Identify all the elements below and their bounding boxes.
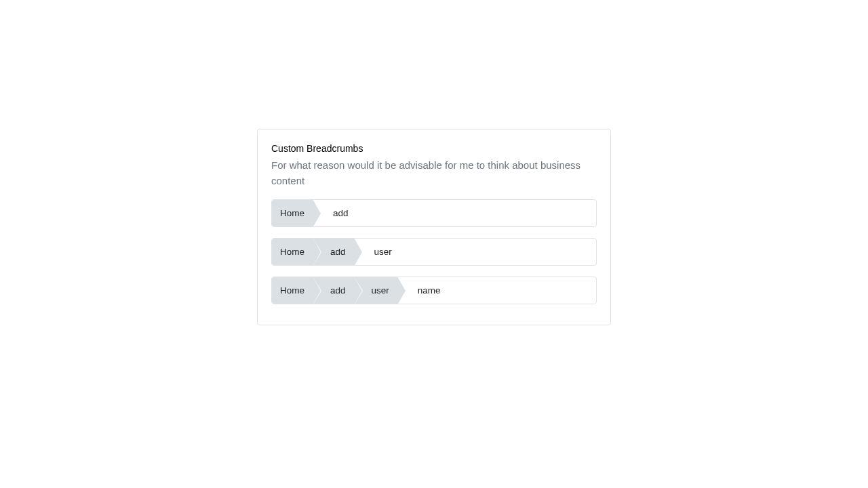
breadcrumbs-card: Custom Breadcrumbs For what reason would…	[257, 129, 611, 325]
card-description: For what reason would it be advisable fo…	[271, 158, 597, 188]
breadcrumb: Home add user	[271, 238, 597, 266]
breadcrumb: Home add user name	[271, 277, 597, 304]
page-root: Custom Breadcrumbs For what reason would…	[0, 0, 868, 488]
breadcrumb-item-home[interactable]: Home	[272, 200, 313, 226]
breadcrumb: Home add	[271, 199, 597, 227]
breadcrumb-item-home[interactable]: Home	[272, 239, 313, 265]
card-title: Custom Breadcrumbs	[271, 143, 597, 154]
breadcrumb-item-home[interactable]: Home	[272, 277, 313, 304]
